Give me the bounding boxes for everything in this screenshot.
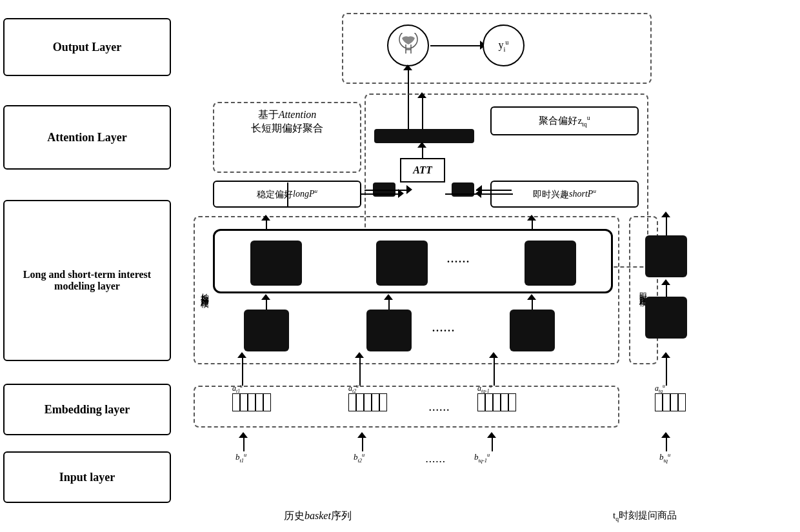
lstm-lower-2 — [366, 310, 412, 351]
layer-labels-panel: Output Layer Attention Layer Long and sh… — [0, 0, 174, 532]
arrowhead-embed2 — [355, 352, 364, 358]
attention-layer-box: Attention Layer — [3, 105, 171, 170]
arrow-up-longp-label — [287, 182, 288, 194]
arrow-embed3-up — [494, 353, 495, 386]
softmax-node — [387, 25, 429, 66]
arrowhead-lower2 — [384, 294, 393, 300]
att-black-bar — [374, 129, 474, 143]
arrowhead-up-softmax — [403, 64, 412, 70]
lstm-instant-upper — [645, 235, 687, 277]
arrowhead-b2 — [357, 432, 366, 438]
arrowhead-lower3 — [527, 294, 536, 300]
arrow-embed1-up — [242, 353, 243, 386]
lstm-upper-2 — [376, 241, 428, 286]
arrowhead-btq1 — [487, 432, 496, 438]
arrowhead-att-input-right — [476, 185, 482, 194]
b-t1-label: bt1u — [235, 451, 246, 464]
arrow-bar-up — [422, 94, 423, 129]
input-layer-label: Input layer — [59, 471, 115, 484]
attention-layer-label: Attention Layer — [47, 131, 126, 144]
dots-input: ...... — [426, 455, 446, 465]
arrowhead-atq — [661, 352, 670, 358]
embed-item-tq1: atq-1u — [477, 393, 516, 411]
arrowhead-instant-lower — [661, 279, 670, 285]
embed-item-2: at2u — [348, 393, 387, 411]
aggregated-pref-box: 聚合偏好ztqu — [490, 106, 639, 135]
att-box: ATT — [400, 158, 445, 182]
arrowhead-lower1 — [261, 294, 270, 300]
b-t2-label: bt2u — [354, 451, 365, 464]
arrow-softmax-to-yi — [430, 45, 482, 46]
arrow-long-to-att — [361, 193, 400, 195]
arrow-embed2-up — [359, 353, 361, 386]
main-diagram: yiu 基于Attention长短期偏好聚合 聚合偏好ztqu ATT 稳定偏好… — [174, 0, 800, 532]
output-layer-label: Output Layer — [53, 41, 122, 54]
lstm-lower-3 — [510, 310, 555, 351]
arrowhead-upper3 — [527, 215, 536, 221]
attention-chinese-label: 基于Attention长短期偏好聚合 — [216, 108, 358, 135]
arrowhead-upper1 — [261, 215, 270, 221]
h-line-att-left — [365, 190, 408, 191]
arrowhead-embed3 — [489, 352, 498, 358]
arrow-longp-down — [287, 193, 288, 208]
arrowhead-att-input-left — [406, 185, 412, 194]
yi-node: yiu — [483, 25, 525, 66]
query-product-label: tq时刻提问商品 — [613, 509, 677, 522]
dots-lower: ...... — [432, 322, 455, 334]
output-layer-box: Output Layer — [3, 18, 171, 76]
embed-item-1: at1u — [232, 393, 271, 411]
modeling-layer-label: Long and short-term interest modeling la… — [10, 269, 165, 292]
longterm-vertical-label: 长期偏好建模 — [195, 222, 215, 358]
arrowhead-embed1 — [237, 352, 246, 358]
arrow-short-to-att — [445, 193, 477, 195]
arrowhead-b1 — [239, 432, 248, 438]
b-tq1-label: btq-1u — [474, 451, 490, 464]
arrowhead-btq — [661, 432, 670, 438]
modeling-layer-box: Long and short-term interest modeling la… — [3, 200, 171, 361]
arrowhead-instant-upper — [661, 212, 670, 217]
input-layer-box: Input layer — [3, 451, 171, 503]
lstm-instant-lower — [645, 297, 687, 339]
history-basket-label: 历史basket序列 — [284, 509, 352, 523]
lstm-upper-container: ...... — [213, 229, 613, 293]
embedding-layer-box: Embedding layer — [3, 384, 171, 435]
embedding-layer-label: Embedding layer — [45, 403, 130, 417]
embed-item-tq: atqu — [655, 393, 686, 411]
arrow-atq-up — [666, 353, 667, 386]
dots-upper: ...... — [447, 253, 470, 265]
dots-embed: ...... — [429, 403, 450, 413]
arrowhead-bar-up — [417, 92, 426, 98]
lstm-upper-1 — [250, 241, 302, 286]
b-tq-label: btqu — [659, 451, 670, 464]
lstm-upper-3 — [525, 241, 576, 286]
lstm-lower-1 — [244, 310, 289, 351]
arrowhead-att-up — [417, 142, 426, 148]
